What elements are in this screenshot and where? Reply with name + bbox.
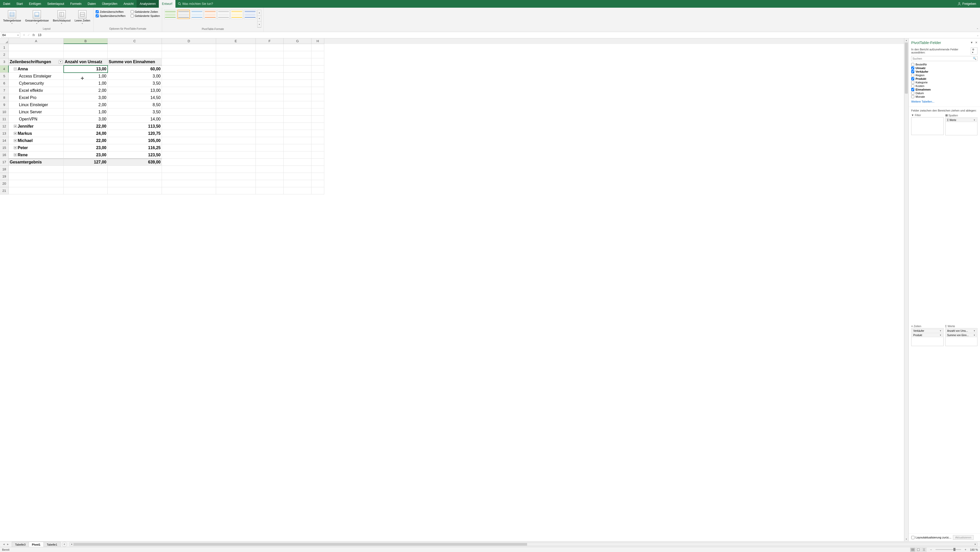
pivot-row-label[interactable]: +Michael <box>9 137 64 144</box>
cell[interactable] <box>162 44 216 51</box>
column-header[interactable]: F <box>256 38 284 44</box>
cell[interactable] <box>284 80 312 87</box>
cell[interactable] <box>216 137 256 144</box>
cell[interactable] <box>216 65 256 73</box>
cell[interactable] <box>64 180 108 187</box>
grandtotals-button[interactable]: Gesamtergebnisse ▾ <box>24 10 49 25</box>
field-item[interactable]: Einnahmen <box>911 88 977 91</box>
pivot-row-label[interactable]: +Rene <box>9 151 64 159</box>
pivot-value[interactable]: 1,00 <box>64 108 108 116</box>
cell[interactable] <box>216 130 256 137</box>
cell[interactable] <box>216 101 256 108</box>
expand-icon[interactable]: + <box>14 139 17 142</box>
pivot-value[interactable]: 116,25 <box>108 144 162 151</box>
drop-item[interactable]: Anzahl von Ums...▼ <box>946 329 977 333</box>
row-header[interactable]: 18 <box>0 166 9 173</box>
pivot-value[interactable]: 3,50 <box>108 108 162 116</box>
cell[interactable] <box>216 116 256 123</box>
cell[interactable] <box>108 180 162 187</box>
cell[interactable] <box>108 166 162 173</box>
cell[interactable] <box>162 51 216 58</box>
row-header[interactable]: 4 <box>0 65 9 73</box>
style-thumb[interactable] <box>244 10 256 19</box>
formula-expand-icon[interactable]: ⌄ <box>975 34 980 37</box>
field-item[interactable]: Kosten <box>911 84 977 88</box>
pivot-row-label[interactable]: Access Einsteiger <box>9 73 64 80</box>
row-header[interactable]: 3 <box>0 58 9 65</box>
pivot-value[interactable]: 123,50 <box>108 151 162 159</box>
cell[interactable] <box>162 166 216 173</box>
banded-cols-checkbox[interactable]: Gebänderte Spalten <box>131 14 160 18</box>
cell[interactable] <box>256 44 284 51</box>
gallery-scroll[interactable]: ▴▾▾ <box>257 10 261 28</box>
cell[interactable] <box>216 73 256 80</box>
row-header[interactable]: 14 <box>0 137 9 144</box>
pivot-row-label[interactable]: Excel Pro <box>9 94 64 101</box>
tab-seitenlayout[interactable]: Seitenlayout <box>44 0 67 8</box>
pivot-row-label[interactable]: OpenVPN <box>9 116 64 123</box>
defer-layout-checkbox[interactable]: Layoutaktualisierung zurüc... <box>911 536 951 539</box>
cell[interactable] <box>256 108 284 116</box>
expand-icon[interactable]: + <box>14 125 17 128</box>
cell[interactable] <box>284 51 312 58</box>
cell[interactable] <box>162 87 216 94</box>
cell[interactable] <box>9 173 64 180</box>
style-thumb[interactable] <box>217 10 230 19</box>
pivot-value[interactable]: 105,00 <box>108 137 162 144</box>
cell[interactable] <box>216 44 256 51</box>
pivot-value[interactable]: 3,00 <box>108 73 162 80</box>
select-all-corner[interactable] <box>0 38 9 44</box>
pivot-value[interactable]: 14,50 <box>108 94 162 101</box>
cell[interactable] <box>162 159 216 166</box>
row-header[interactable]: 9 <box>0 101 9 108</box>
pivot-value[interactable]: 3,00 <box>64 116 108 123</box>
expand-icon[interactable]: + <box>14 153 17 156</box>
row-header[interactable]: 20 <box>0 180 9 187</box>
pivot-value[interactable]: 23,00 <box>64 151 108 159</box>
tab-analysieren[interactable]: Analysieren <box>137 0 159 8</box>
cell[interactable] <box>284 130 312 137</box>
pivot-value[interactable]: 127,00 <box>64 159 108 166</box>
cell[interactable] <box>256 159 284 166</box>
pivot-value[interactable]: 14,00 <box>108 116 162 123</box>
collapse-icon[interactable]: − <box>14 68 17 70</box>
cell[interactable] <box>64 173 108 180</box>
tab-formeln[interactable]: Formeln <box>67 0 85 8</box>
cell[interactable] <box>312 80 324 87</box>
rows-drop-zone[interactable]: Verkäufer▼Produkt▼ <box>911 328 944 346</box>
row-header[interactable]: 21 <box>0 187 9 194</box>
cell[interactable] <box>256 80 284 87</box>
cell[interactable] <box>312 73 324 80</box>
cell[interactable] <box>256 65 284 73</box>
cell[interactable] <box>9 44 64 51</box>
sheet-tab[interactable]: Pivot1 <box>29 542 44 547</box>
column-header[interactable]: G <box>284 38 312 44</box>
style-thumb[interactable] <box>164 10 177 19</box>
pivot-row-label[interactable]: Linux Einsteiger <box>9 101 64 108</box>
cell[interactable] <box>256 94 284 101</box>
drop-item[interactable]: Σ Werte▼ <box>946 118 977 122</box>
cell[interactable] <box>162 108 216 116</box>
pivot-value[interactable]: 22,00 <box>64 137 108 144</box>
column-header[interactable]: H <box>312 38 324 44</box>
pivot-value[interactable]: 23,00 <box>64 144 108 151</box>
field-search[interactable]: 🔍 <box>911 56 977 61</box>
sheet-tab[interactable]: Tabelle1 <box>43 542 60 547</box>
pivot-value[interactable]: 24,00 <box>64 130 108 137</box>
cell[interactable] <box>216 51 256 58</box>
cell[interactable] <box>284 173 312 180</box>
row-header[interactable]: 1 <box>0 44 9 51</box>
cell[interactable] <box>256 73 284 80</box>
pane-close-icon[interactable]: ✕ <box>975 41 977 44</box>
cell[interactable] <box>216 94 256 101</box>
cell[interactable] <box>9 187 64 194</box>
cell[interactable] <box>162 65 216 73</box>
cell[interactable] <box>216 108 256 116</box>
zoom-in-button[interactable]: + <box>964 548 967 552</box>
col-headers-checkbox[interactable]: Spaltenüberschriften <box>95 14 126 18</box>
drop-item[interactable]: Verkäufer▼ <box>912 329 943 333</box>
cell[interactable] <box>284 137 312 144</box>
pivot-row-label[interactable]: +Markus <box>9 130 64 137</box>
cell[interactable] <box>216 80 256 87</box>
pivot-row-label[interactable]: Cybersecurity <box>9 80 64 87</box>
